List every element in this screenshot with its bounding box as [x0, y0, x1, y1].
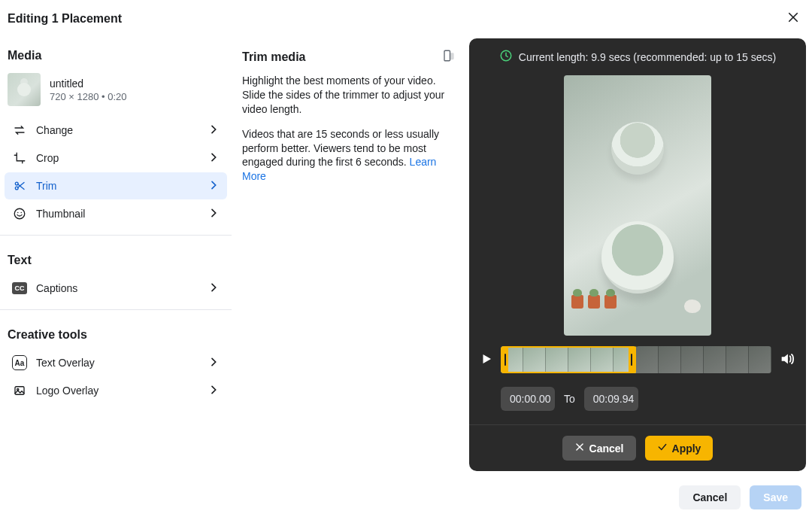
text-section-title: Text	[0, 243, 232, 275]
check-icon	[657, 442, 668, 455]
svg-rect-11	[444, 50, 450, 61]
play-button[interactable]	[480, 352, 493, 368]
orientation-icon	[442, 53, 456, 65]
trim-title: Trim media	[242, 50, 305, 64]
footer-cancel-button[interactable]: Cancel	[679, 485, 741, 509]
captions-icon: CC	[12, 281, 27, 296]
trim-description-2: Videos that are 15 seconds or less usual…	[242, 127, 456, 184]
sidebar-item-thumbnail[interactable]: Thumbnail	[5, 200, 227, 227]
trim-apply-button[interactable]: Apply	[645, 436, 714, 461]
image-icon	[12, 383, 27, 398]
svg-point-8	[21, 212, 23, 214]
sidebar-item-label: Crop	[36, 152, 208, 164]
page-title: Editing 1 Placement	[8, 12, 122, 26]
chevron-right-icon	[208, 384, 220, 398]
chevron-right-icon	[208, 356, 220, 370]
svg-rect-9	[15, 387, 24, 395]
close-button[interactable]	[783, 8, 803, 29]
footer-save-button[interactable]: Save	[750, 485, 801, 509]
chevron-right-icon	[208, 151, 220, 166]
volume-button[interactable]	[779, 351, 795, 369]
thumbnail-icon	[12, 206, 27, 221]
svg-rect-12	[450, 53, 454, 59]
volume-icon	[779, 357, 795, 369]
media-section-title: Media	[0, 38, 232, 70]
sidebar-item-label: Captions	[36, 282, 208, 294]
svg-point-6	[14, 208, 25, 219]
svg-marker-14	[483, 354, 492, 363]
chevron-right-icon	[208, 123, 220, 138]
sidebar-item-captions[interactable]: CC Captions	[5, 275, 227, 302]
media-dimensions: 720 × 1280 • 0:20	[50, 91, 127, 102]
length-info-text: Current length: 9.9 secs (recommended: u…	[519, 51, 776, 63]
sidebar-item-trim[interactable]: Trim	[5, 172, 227, 199]
clock-icon	[499, 49, 513, 65]
to-label: To	[564, 393, 575, 405]
sidebar-item-logo-overlay[interactable]: Logo Overlay	[5, 377, 227, 404]
creative-section-title: Creative tools	[0, 318, 232, 349]
crop-icon	[12, 151, 27, 166]
close-icon	[786, 14, 800, 26]
video-preview	[564, 75, 711, 336]
chevron-right-icon	[208, 281, 220, 296]
chevron-right-icon	[208, 207, 220, 221]
trim-description-1: Highlight the best moments of your video…	[242, 74, 456, 117]
sidebar-item-text-overlay[interactable]: Aa Text Overlay	[5, 349, 227, 376]
media-thumbnail	[8, 73, 41, 106]
preview-decoration	[684, 300, 701, 313]
text-overlay-icon: Aa	[12, 355, 27, 370]
sidebar-item-label: Change	[36, 124, 208, 136]
swap-icon	[12, 123, 27, 138]
trim-from-field[interactable]: 00:00.00	[501, 387, 555, 411]
svg-point-7	[17, 212, 19, 214]
orientation-toggle[interactable]	[442, 49, 456, 65]
sidebar-item-label: Logo Overlay	[36, 385, 208, 397]
media-item: untitled 720 × 1280 • 0:20	[0, 70, 232, 117]
media-name: untitled	[50, 78, 127, 90]
close-icon	[574, 442, 585, 455]
sidebar-item-label: Thumbnail	[36, 208, 208, 220]
trim-to-field[interactable]: 00:09.94	[584, 387, 638, 411]
sidebar-item-crop[interactable]: Crop	[5, 144, 227, 172]
sidebar-item-label: Text Overlay	[36, 357, 208, 369]
play-icon	[480, 356, 493, 368]
sidebar-item-label: Trim	[36, 180, 208, 192]
trim-timeline[interactable]	[501, 346, 771, 373]
trim-icon	[12, 178, 27, 193]
preview-decoration	[571, 295, 617, 309]
preview-panel: Current length: 9.9 secs (recommended: u…	[469, 38, 806, 471]
chevron-right-icon	[208, 179, 220, 193]
trim-cancel-button[interactable]: Cancel	[562, 436, 636, 461]
sidebar-item-change[interactable]: Change	[5, 117, 227, 144]
